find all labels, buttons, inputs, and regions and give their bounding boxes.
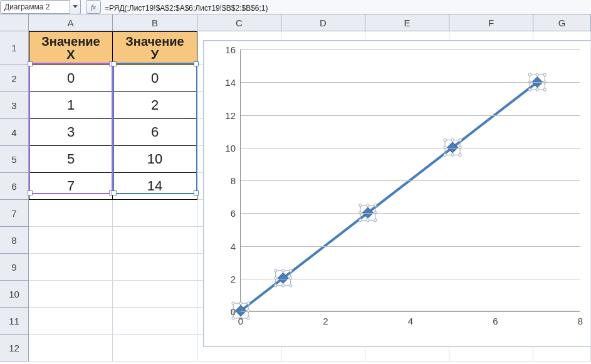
- selection-handle[interactable]: [359, 219, 362, 221]
- empty-cell[interactable]: [113, 281, 197, 308]
- chart-gridline: [241, 246, 580, 247]
- row-header[interactable]: 11: [0, 308, 29, 335]
- selection-handle[interactable]: [290, 284, 292, 287]
- header-cell-y[interactable]: ЗначениеУ: [113, 31, 197, 65]
- data-cell[interactable]: 0: [29, 65, 113, 92]
- chart-ytick-label: 0: [231, 306, 236, 317]
- empty-cell[interactable]: [29, 281, 113, 308]
- selection-handle[interactable]: [247, 302, 249, 304]
- selection-handle[interactable]: [290, 269, 292, 272]
- name-box: [0, 0, 81, 14]
- formula-bar: fx =РЯД(;Лист19!$A$2:$A$6;Лист19!$B$2:$B…: [0, 0, 591, 14]
- chart-gridline: [241, 279, 580, 279]
- data-cell[interactable]: 10: [113, 146, 197, 173]
- selection-handle[interactable]: [444, 138, 446, 141]
- data-cell[interactable]: 3: [29, 119, 113, 146]
- chart-ytick-label: 12: [225, 110, 236, 120]
- selection-handle[interactable]: [282, 269, 285, 272]
- header-cell-x[interactable]: ЗначениеХ: [29, 31, 113, 65]
- selection-handle[interactable]: [367, 204, 369, 206]
- column-header[interactable]: G: [533, 14, 591, 31]
- row-header[interactable]: 3: [0, 92, 29, 119]
- selection-handle[interactable]: [459, 138, 461, 141]
- row-header[interactable]: 12: [0, 335, 29, 361]
- header-text: Значение: [41, 35, 100, 48]
- selection-handle[interactable]: [444, 153, 446, 156]
- chart-ytick-label: 6: [231, 208, 236, 219]
- selection-handle[interactable]: [275, 284, 277, 287]
- selection-handle[interactable]: [451, 138, 454, 141]
- chart-plot-area[interactable]: 024681012141602468: [240, 49, 580, 311]
- column-header[interactable]: D: [281, 14, 365, 31]
- chart-gridline: [241, 180, 580, 181]
- column-header[interactable]: C: [197, 14, 281, 31]
- selection-handle[interactable]: [359, 204, 362, 206]
- empty-cell[interactable]: [113, 254, 197, 281]
- selection-handle[interactable]: [536, 88, 538, 91]
- insert-function-button[interactable]: fx: [86, 0, 101, 14]
- data-cell[interactable]: 1: [29, 92, 113, 119]
- row-header[interactable]: 7: [0, 200, 29, 227]
- data-cell[interactable]: 0: [113, 65, 197, 92]
- row-header[interactable]: 6: [0, 173, 29, 200]
- selection-handle[interactable]: [275, 269, 277, 272]
- data-cell[interactable]: 7: [29, 173, 113, 200]
- column-header[interactable]: B: [113, 14, 197, 31]
- empty-cell[interactable]: [113, 227, 197, 254]
- row-header[interactable]: 2: [0, 65, 29, 92]
- chevron-down-icon: [73, 5, 78, 9]
- selection-handle[interactable]: [367, 219, 369, 221]
- chart-ytick-label: 10: [225, 142, 236, 153]
- name-box-input[interactable]: [0, 0, 70, 14]
- empty-cell[interactable]: [29, 335, 113, 361]
- chart-ytick-label: 2: [231, 273, 236, 284]
- empty-cell[interactable]: [29, 308, 113, 335]
- select-all-corner[interactable]: [0, 14, 29, 31]
- selection-handle[interactable]: [232, 302, 234, 304]
- row-header[interactable]: 4: [0, 119, 29, 146]
- selection-handle[interactable]: [459, 153, 461, 156]
- chart-gridline: [241, 148, 580, 148]
- data-cell[interactable]: 6: [113, 119, 197, 146]
- selection-handle[interactable]: [543, 73, 546, 76]
- selection-handle[interactable]: [543, 88, 546, 91]
- embedded-chart[interactable]: 024681012141602468: [203, 40, 591, 347]
- chart-ytick-label: 14: [225, 77, 236, 88]
- selection-handle[interactable]: [451, 153, 454, 156]
- empty-cell[interactable]: [29, 200, 113, 227]
- selection-handle[interactable]: [536, 73, 538, 76]
- data-cell[interactable]: 14: [113, 173, 197, 200]
- selection-handle[interactable]: [528, 73, 531, 76]
- name-box-dropdown[interactable]: [70, 0, 81, 14]
- selection-handle[interactable]: [528, 88, 531, 91]
- row-header[interactable]: 1: [0, 31, 29, 65]
- column-header[interactable]: E: [365, 14, 449, 31]
- selection-handle[interactable]: [239, 302, 242, 304]
- chart-gridline: [241, 311, 580, 312]
- empty-cell[interactable]: [113, 308, 197, 335]
- row-header[interactable]: 10: [0, 281, 29, 308]
- selection-handle[interactable]: [374, 204, 377, 206]
- chart-ytick-label: 4: [231, 241, 236, 251]
- chart-gridline: [241, 115, 580, 116]
- chart-ytick-label: 8: [231, 175, 236, 186]
- empty-cell[interactable]: [113, 200, 197, 227]
- empty-cell[interactable]: [29, 254, 113, 281]
- row-header[interactable]: 8: [0, 227, 29, 254]
- column-header[interactable]: F: [449, 14, 533, 31]
- empty-cell[interactable]: [113, 335, 197, 361]
- selection-handle[interactable]: [247, 317, 249, 320]
- data-cell[interactable]: 5: [29, 146, 113, 173]
- data-cell[interactable]: 2: [113, 92, 197, 119]
- selection-handle[interactable]: [282, 284, 285, 287]
- chart-gridline: [241, 49, 580, 50]
- selection-handle[interactable]: [232, 317, 234, 320]
- formula-input[interactable]: =РЯД(;Лист19!$A$2:$A$6;Лист19!$B$2:$B$6;…: [105, 2, 591, 13]
- empty-cell[interactable]: [29, 227, 113, 254]
- column-header[interactable]: A: [29, 14, 113, 31]
- selection-handle[interactable]: [374, 219, 377, 221]
- row-header[interactable]: 5: [0, 146, 29, 173]
- chart-xtick-label: 4: [408, 316, 413, 326]
- row-header[interactable]: 9: [0, 254, 29, 281]
- chart-gridline: [241, 213, 580, 214]
